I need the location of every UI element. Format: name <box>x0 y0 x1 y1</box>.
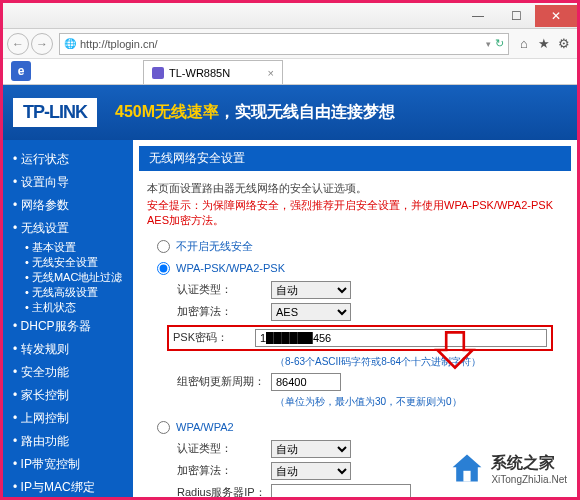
browser-tab[interactable]: TL-WR885N × <box>143 60 283 84</box>
enc2-select[interactable]: 自动 <box>271 462 351 480</box>
sidebar-subitem[interactable]: 无线高级设置 <box>3 285 133 300</box>
sidebar-item[interactable]: 设置向导 <box>3 171 133 194</box>
sidebar-item[interactable]: 转发规则 <box>3 338 133 361</box>
auth-label: 认证类型： <box>177 282 267 297</box>
refresh-icon[interactable]: ↻ <box>495 37 504 50</box>
radio-none[interactable] <box>157 240 170 253</box>
panel-desc: 本页面设置路由器无线网络的安全认证选项。 <box>147 181 563 196</box>
radio-wpapsk[interactable] <box>157 262 170 275</box>
auth2-select[interactable]: 自动 <box>271 440 351 458</box>
sidebar-item[interactable]: DHCP服务器 <box>3 315 133 338</box>
psk-label: PSK密码： <box>173 330 249 345</box>
close-button[interactable]: ✕ <box>535 5 577 27</box>
panel-warning: 安全提示：为保障网络安全，强烈推荐开启安全设置，并使用WPA-PSK/WPA2-… <box>147 198 563 229</box>
gk-input[interactable] <box>271 373 341 391</box>
enc-label: 加密算法： <box>177 304 267 319</box>
banner: TP-LINK 450M无线速率，实现无线自由连接梦想 <box>3 85 577 140</box>
url-text: http://tplogin.cn/ <box>80 38 482 50</box>
logo: TP-LINK <box>13 98 97 127</box>
sidebar-item[interactable]: 家长控制 <box>3 384 133 407</box>
radio-none-label: 不开启无线安全 <box>176 239 253 254</box>
psk-input[interactable] <box>255 329 547 347</box>
auth2-label: 认证类型： <box>177 441 267 456</box>
tab-favicon <box>152 67 164 79</box>
radio-wpa[interactable] <box>157 421 170 434</box>
slogan: 450M无线速率，实现无线自由连接梦想 <box>115 102 395 123</box>
sidebar-item[interactable]: 网络参数 <box>3 194 133 217</box>
ie-icon: e <box>11 61 31 81</box>
sidebar-subitem[interactable]: 无线安全设置 <box>3 255 133 270</box>
enc2-label: 加密算法： <box>177 463 267 478</box>
radius-ip-label: Radius服务器IP： <box>177 485 267 497</box>
main-panel: 无线网络安全设置 本页面设置路由器无线网络的安全认证选项。 安全提示：为保障网络… <box>133 140 577 497</box>
sidebar-item[interactable]: 运行状态 <box>3 148 133 171</box>
sidebar-item[interactable]: 上网控制 <box>3 407 133 430</box>
enc-select[interactable]: AES <box>271 303 351 321</box>
minimize-button[interactable]: — <box>459 5 497 27</box>
home-icon[interactable]: ⌂ <box>515 35 533 53</box>
auth-select[interactable]: 自动 <box>271 281 351 299</box>
site-icon: 🌐 <box>64 38 76 49</box>
radio-wpapsk-label: WPA-PSK/WPA2-PSK <box>176 262 285 274</box>
tab-close-icon[interactable]: × <box>268 67 274 79</box>
annotation-arrow <box>433 328 477 374</box>
address-bar[interactable]: 🌐 http://tplogin.cn/ ▾ ↻ <box>59 33 509 55</box>
sidebar-subitem[interactable]: 主机状态 <box>3 300 133 315</box>
settings-icon[interactable]: ⚙ <box>555 35 573 53</box>
forward-button[interactable]: → <box>31 33 53 55</box>
sidebar-item[interactable]: 无线设置 <box>3 217 133 240</box>
sidebar-item[interactable]: IP与MAC绑定 <box>3 476 133 497</box>
sidebar-item[interactable]: 路由功能 <box>3 430 133 453</box>
radius-ip-input[interactable] <box>271 484 411 497</box>
radio-wpa-label: WPA/WPA2 <box>176 421 234 433</box>
gk-hint: （单位为秒，最小值为30，不更新则为0） <box>275 395 462 409</box>
sidebar-item[interactable]: IP带宽控制 <box>3 453 133 476</box>
panel-title: 无线网络安全设置 <box>139 146 571 171</box>
maximize-button[interactable]: ☐ <box>497 5 535 27</box>
favorites-icon[interactable]: ★ <box>535 35 553 53</box>
sidebar-subitem[interactable]: 基本设置 <box>3 240 133 255</box>
sidebar-subitem[interactable]: 无线MAC地址过滤 <box>3 270 133 285</box>
sidebar: 运行状态 设置向导 网络参数 无线设置 基本设置 无线安全设置 无线MAC地址过… <box>3 140 133 497</box>
psk-highlight-box: PSK密码： <box>167 325 553 351</box>
back-button[interactable]: ← <box>7 33 29 55</box>
tab-title: TL-WR885N <box>169 67 230 79</box>
sidebar-item[interactable]: 安全功能 <box>3 361 133 384</box>
url-dropdown-icon[interactable]: ▾ <box>486 39 491 49</box>
gk-label: 组密钥更新周期： <box>177 374 267 389</box>
